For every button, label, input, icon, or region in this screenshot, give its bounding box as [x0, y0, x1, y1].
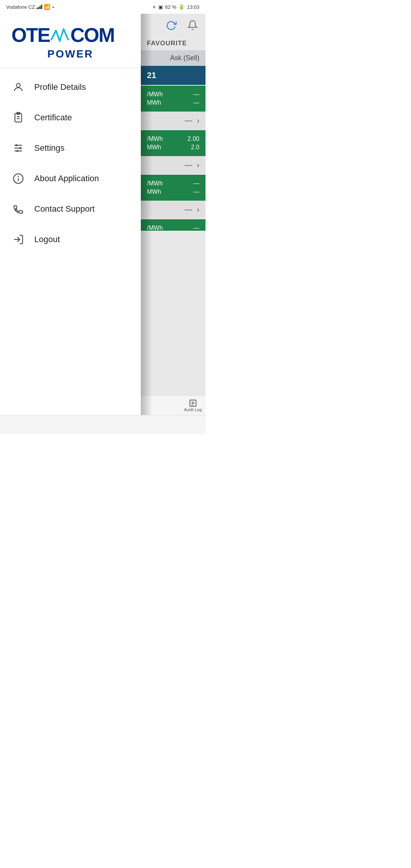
green-row-4a: /MWh — [147, 224, 199, 231]
green-block-2: /MWh 2.00 MWh 2.0 [141, 130, 206, 156]
val4a: — [193, 225, 199, 231]
ask-sell-bar: Ask (Sell) [141, 50, 206, 66]
about-label: About Application [34, 174, 99, 183]
menu-item-profile[interactable]: Profile Details [0, 72, 141, 102]
info-icon [11, 172, 25, 185]
sim-icon: ▣ [158, 4, 163, 10]
status-right: ⨯ ▣ 62 % 🔋 13:03 [152, 4, 199, 10]
person-icon [11, 80, 25, 94]
menu-item-certificate[interactable]: Certificate [0, 102, 141, 133]
dash-row-2: — › [141, 156, 206, 174]
svg-point-8 [16, 144, 18, 146]
logo-power: POWER [11, 48, 129, 60]
arrow-sym-3: › [197, 205, 199, 214]
menu-item-contact[interactable]: Contact Support [0, 194, 141, 224]
drawer-menu: OTE COM POWER Profile Details [0, 14, 141, 415]
logo-area: OTE COM POWER [0, 14, 141, 68]
svg-point-9 [19, 147, 21, 149]
audit-log-tab[interactable]: Audit Log [184, 399, 202, 412]
refresh-icon[interactable] [164, 18, 178, 32]
wave-icon [51, 25, 70, 45]
clipboard-icon [11, 111, 25, 124]
green-block-4: /MWh — [141, 219, 206, 231]
logo-ote: OTE [11, 25, 50, 45]
green-row-1a: /MWh — [147, 90, 199, 99]
val1a: — [193, 91, 199, 98]
dash-row-1: — › [141, 112, 206, 129]
favourite-label: FAVOURITE [141, 37, 206, 50]
green-block-1: /MWh — MWh — [141, 86, 206, 112]
val2a: 2.00 [188, 136, 199, 142]
logout-label: Logout [34, 235, 60, 244]
menu-item-about[interactable]: About Application [0, 163, 141, 194]
green-row-3b: MWh — [147, 188, 199, 196]
signal-strength [37, 5, 42, 9]
bottom-nav [0, 415, 206, 434]
contact-label: Contact Support [34, 204, 95, 214]
val3a: — [193, 180, 199, 187]
val1b: — [193, 99, 199, 106]
arrow-sym-2: › [197, 161, 199, 169]
bell-icon[interactable] [186, 18, 199, 32]
phone-icon [11, 202, 25, 216]
usb-icon: ⌁ [52, 4, 55, 10]
battery-icon: 🔋 [178, 4, 185, 10]
logout-icon [11, 233, 25, 246]
profile-label: Profile Details [34, 82, 86, 92]
sliders-icon [11, 141, 25, 155]
arrow-sym-1: › [197, 116, 199, 125]
green-row-2b: MWh 2.0 [147, 143, 199, 152]
val2b: 2.0 [191, 144, 199, 151]
blue-number: 21 [147, 70, 156, 80]
certificate-label: Certificate [34, 113, 72, 123]
right-top-bar [141, 14, 206, 37]
clock: 13:03 [187, 4, 199, 10]
settings-label: Settings [34, 143, 65, 153]
logo-com: COM [70, 25, 114, 45]
unit1b: MWh [147, 99, 161, 106]
dash-sym-2: — [185, 161, 192, 169]
unit3b: MWh [147, 188, 161, 195]
menu-item-logout[interactable]: Logout [0, 224, 141, 255]
green-row-3a: /MWh — [147, 179, 199, 188]
dash-sym-1: — [185, 116, 192, 125]
right-panel: FAVOURITE Ask (Sell) 21 /MWh — MWh — — ›… [141, 14, 206, 415]
menu-item-settings[interactable]: Settings [0, 133, 141, 163]
svg-point-10 [16, 150, 18, 152]
dash-sym-3: — [185, 205, 192, 214]
green-block-3: /MWh — MWh — [141, 175, 206, 201]
wifi-icon: 📶 [44, 4, 50, 10]
blue-number-row: 21 [141, 66, 206, 85]
dash-row-3: — › [141, 201, 206, 219]
val3b: — [193, 188, 199, 195]
unit3a: /MWh [147, 180, 163, 187]
unit4a: /MWh [147, 225, 163, 231]
menu-list: Profile Details Certificate [0, 68, 141, 415]
audit-log-label: Audit Log [184, 407, 202, 412]
svg-point-0 [16, 83, 20, 87]
bluetooth-icon: ⨯ [152, 4, 156, 10]
status-bar: Vodafone CZ 📶 ⌁ ⨯ ▣ 62 % 🔋 13:03 [0, 0, 206, 14]
carrier-name: Vodafone CZ [6, 4, 35, 10]
svg-point-13 [18, 176, 18, 177]
main-layout: OTE COM POWER Profile Details [0, 14, 206, 415]
battery-level: 62 % [165, 4, 177, 10]
green-row-2a: /MWh 2.00 [147, 135, 199, 143]
bottom-bar-right: Audit Log [141, 396, 206, 415]
green-row-1b: MWh — [147, 99, 199, 107]
unit2b: MWh [147, 144, 161, 151]
unit1a: /MWh [147, 91, 163, 98]
unit2a: /MWh [147, 136, 163, 142]
logo-text: OTE COM [11, 25, 129, 45]
ask-sell-text: Ask (Sell) [170, 54, 199, 62]
carrier-info: Vodafone CZ 📶 ⌁ [6, 4, 55, 10]
